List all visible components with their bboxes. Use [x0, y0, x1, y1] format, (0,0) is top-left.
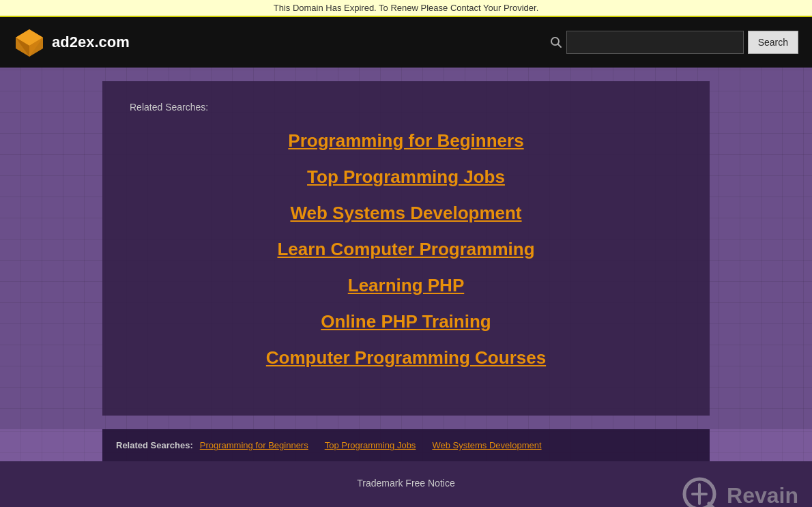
search-input[interactable] — [566, 31, 744, 54]
main-search-link[interactable]: Computer Programming Courses — [266, 342, 546, 374]
related-searches-label: Related Searches: — [130, 102, 208, 113]
logo-icon — [14, 27, 45, 58]
banner-text: This Domain Has Expired. To Renew Please… — [274, 3, 539, 13]
top-banner: This Domain Has Expired. To Renew Please… — [0, 0, 812, 17]
main-search-link[interactable]: Top Programming Jobs — [307, 161, 505, 193]
main-search-link[interactable]: Programming for Beginners — [288, 125, 523, 157]
main-search-link[interactable]: Learning PHP — [348, 270, 464, 302]
bottom-footer: Trademark Free Notice Revain — [0, 461, 812, 507]
footer-related-bar: Related Searches: Programming for Beginn… — [102, 429, 710, 461]
search-area: Search — [550, 31, 798, 54]
header: ad2ex.com Search — [0, 17, 812, 68]
logo-area: ad2ex.com — [14, 27, 130, 58]
main-wrapper: Related Searches: Programming for Beginn… — [0, 68, 812, 429]
footer-search-link[interactable]: Programming for Beginners — [200, 440, 308, 450]
content-box: Related Searches: Programming for Beginn… — [102, 81, 710, 416]
footer-related-label: Related Searches: — [116, 440, 193, 450]
svg-line-5 — [557, 44, 561, 48]
footer-search-link[interactable]: Web Systems Development — [432, 440, 541, 450]
revain-logo-icon — [680, 475, 721, 507]
outer-layout: Related Searches: Programming for Beginn… — [0, 68, 812, 507]
revain-text: Revain — [727, 483, 798, 508]
svg-line-7 — [709, 504, 718, 507]
main-search-link[interactable]: Web Systems Development — [290, 197, 521, 229]
search-icon — [550, 36, 562, 48]
main-search-link[interactable]: Learn Computer Programming — [277, 233, 534, 265]
links-list: Programming for BeginnersTop Programming… — [130, 125, 682, 374]
logo-text: ad2ex.com — [52, 33, 130, 51]
main-search-link[interactable]: Online PHP Training — [321, 306, 491, 338]
footer-links-container: Programming for BeginnersTop Programming… — [200, 440, 542, 450]
search-button[interactable]: Search — [748, 31, 798, 54]
footer-search-link[interactable]: Top Programming Jobs — [325, 440, 416, 450]
revain-watermark: Revain — [680, 475, 798, 507]
